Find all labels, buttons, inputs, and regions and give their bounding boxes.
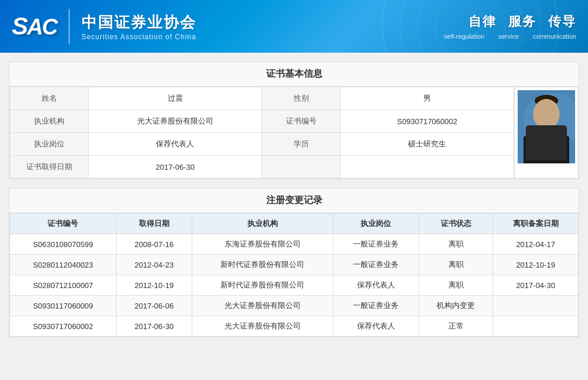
cell-4-2: 光大证券股份有限公司: [192, 316, 333, 337]
table-row: 执业机构 光大证券股份有限公司 证书编号 S0930717060002: [10, 110, 514, 133]
table-row: 证书取得日期 2017-06-30: [10, 156, 514, 179]
cell-1-1: 2012-04-23: [116, 255, 192, 275]
cell-2-3: 保荐代表人: [334, 275, 419, 296]
logo-area: SAC 中国证券业协会 Securities Association of Ch…: [12, 9, 196, 44]
sac-logo: SAC: [12, 12, 57, 40]
value-cert-no: S0930717060002: [341, 110, 514, 133]
cell-2-1: 2012-10-19: [116, 275, 192, 296]
label-gender: 性别: [262, 87, 341, 110]
value-education: 硕士研究生: [341, 133, 514, 156]
svg-point-2: [535, 98, 558, 124]
person-photo: [518, 90, 575, 163]
label-cert-no: 证书编号: [262, 110, 341, 133]
label-org: 执业机构: [10, 110, 89, 133]
cell-2-2: 新时代证券股份有限公司: [192, 275, 333, 296]
table-row: 姓名 过震 性别 男: [10, 87, 514, 110]
cell-3-1: 2017-06-06: [116, 296, 192, 316]
slogan-cn-1: 自律: [468, 13, 497, 30]
cell-4-3: 保荐代表人: [334, 316, 419, 337]
value-gender: 男: [341, 87, 514, 110]
cell-1-4: 离职: [419, 255, 493, 275]
cell-4-0: S0930717060002: [10, 316, 117, 337]
table-row: 执业岗位 保荐代表人 学历 硕士研究生: [10, 133, 514, 156]
svg-rect-4: [537, 109, 545, 114]
table-header-row: 证书编号 取得日期 执业机构 执业岗位 证书状态 离职备案日期: [10, 214, 579, 234]
col-org: 执业机构: [192, 214, 333, 234]
cell-2-5: 2017-04-30: [493, 275, 579, 296]
cell-0-5: 2012-04-17: [493, 234, 579, 255]
table-row: S06301080705992008-07-16东海证券股份有限公司一般证券业务…: [10, 234, 579, 255]
svg-rect-7: [542, 122, 550, 129]
org-name-cn: 中国证券业协会: [81, 12, 196, 33]
cell-1-3: 一般证券业务: [334, 255, 419, 275]
slogan-en-2: service: [498, 33, 519, 40]
col-status: 证书状态: [419, 214, 493, 234]
svg-point-3: [535, 95, 558, 107]
records-table: 证书编号 取得日期 执业机构 执业岗位 证书状态 离职备案日期 S0630108…: [9, 213, 579, 337]
cell-4-5: [493, 316, 579, 337]
cell-1-2: 新时代证券股份有限公司: [192, 255, 333, 275]
value-cert-date: 2017-06-30: [89, 156, 262, 179]
col-date: 取得日期: [116, 214, 192, 234]
cell-1-0: S0280112040023: [10, 255, 117, 275]
table-row: S09301170600092017-06-06光大证券股份有限公司一般证券业务…: [10, 296, 579, 316]
table-row: S02807121000072012-10-19新时代证券股份有限公司保荐代表人…: [10, 275, 579, 296]
page-header: SAC 中国证券业协会 Securities Association of Ch…: [0, 0, 588, 53]
records-section: 注册变更记录 证书编号 取得日期 执业机构 执业岗位 证书状态 离职备案日期 S…: [9, 188, 579, 337]
photo-cell: [514, 87, 579, 179]
records-title: 注册变更记录: [9, 189, 579, 213]
cell-3-2: 光大证券股份有限公司: [192, 296, 333, 316]
basic-info-title: 证书基本信息: [9, 62, 579, 87]
value-empty: [341, 156, 514, 179]
cell-1-5: 2012-10-19: [493, 255, 579, 275]
label-position: 执业岗位: [10, 133, 89, 156]
slogan-cn-3: 传导: [548, 13, 576, 30]
cell-4-1: 2017-06-30: [116, 316, 192, 337]
label-cert-date: 证书取得日期: [10, 156, 89, 179]
cell-4-4: 正常: [419, 316, 493, 337]
slogan-cn-2: 服务: [508, 13, 536, 30]
value-position: 保荐代表人: [89, 133, 262, 156]
slogan-en-1: self-regulation: [444, 33, 484, 40]
slogans-cn: 自律 服务 传导: [468, 13, 576, 30]
main-content: 证书基本信息 姓名 过震 性别 男 执业机构 光大证券股份有限公司 证书编号: [0, 53, 588, 355]
cell-0-2: 东海证券股份有限公司: [192, 234, 333, 255]
value-name: 过震: [89, 87, 262, 110]
cell-3-3: 一般证券业务: [334, 296, 419, 316]
label-education: 学历: [262, 133, 341, 156]
basic-info-table: 姓名 过震 性别 男 执业机构 光大证券股份有限公司 证书编号 S0930717…: [9, 87, 514, 179]
cell-0-0: S0630108070599: [10, 234, 117, 255]
value-org: 光大证券股份有限公司: [89, 110, 262, 133]
cell-0-4: 离职: [419, 234, 493, 255]
cell-2-0: S0280712100007: [10, 275, 117, 296]
col-resign-date: 离职备案日期: [493, 214, 579, 234]
slogan-en-3: communication: [533, 33, 576, 40]
logo-text-area: 中国证券业协会 Securities Association of China: [81, 12, 196, 41]
basic-info-section: 证书基本信息 姓名 过震 性别 男 执业机构 光大证券股份有限公司 证书编号: [9, 61, 579, 179]
info-table-wrapper: 姓名 过震 性别 男 执业机构 光大证券股份有限公司 证书编号 S0930717…: [9, 87, 579, 179]
cell-0-3: 一般证券业务: [334, 234, 419, 255]
svg-rect-5: [548, 109, 556, 114]
logo-divider: [69, 9, 70, 44]
table-row: S02801120400232012-04-23新时代证券股份有限公司一般证券业…: [10, 255, 579, 275]
label-empty: [262, 156, 341, 179]
header-right: 自律 服务 传导 self-regulation service communi…: [444, 13, 576, 40]
cell-3-5: [493, 296, 579, 316]
label-name: 姓名: [10, 87, 89, 110]
cell-3-4: 机构内变更: [419, 296, 493, 316]
cell-2-4: 离职: [419, 275, 493, 296]
table-row: S09307170600022017-06-30光大证券股份有限公司保荐代表人正…: [10, 316, 579, 337]
cell-0-1: 2008-07-16: [116, 234, 192, 255]
slogans-en: self-regulation service communication: [444, 33, 576, 40]
cell-3-0: S0930117060009: [10, 296, 117, 316]
org-name-en: Securities Association of China: [81, 33, 196, 41]
col-position: 执业岗位: [334, 214, 419, 234]
col-cert-no: 证书编号: [10, 214, 117, 234]
